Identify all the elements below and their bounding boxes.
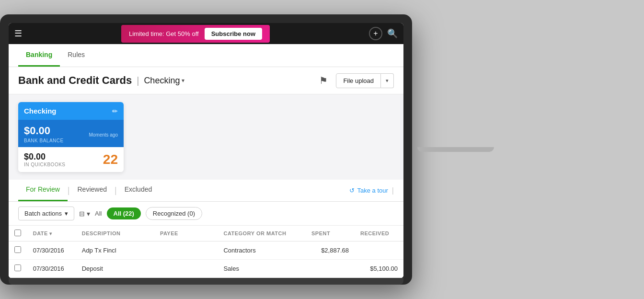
- chevron-down-icon: ▾: [182, 77, 184, 84]
- table-row: 07/30/2016 Deposit Sales $5,100.00: [9, 260, 403, 278]
- account-cards-area: Checking ✏ $0.00 BANK BALANCE Moments ag…: [9, 94, 403, 180]
- laptop-base: [505, 148, 639, 151]
- tab-reviewed[interactable]: Reviewed: [69, 180, 114, 201]
- tour-divider: |: [392, 186, 394, 195]
- file-upload-dropdown-arrow[interactable]: ▾: [381, 73, 394, 88]
- page-header: Bank and Credit Cards | Checking ▾ ⚑ Fil…: [9, 67, 403, 94]
- card-bank-balance-label: BANK BALANCE: [24, 138, 64, 143]
- top-bar: ☰ Limited time: Get 50% off Subscribe no…: [9, 23, 403, 44]
- tab-for-review[interactable]: For Review: [18, 180, 68, 201]
- laptop-stand: [417, 147, 494, 152]
- transaction-table: DATE ▾ DESCRIPTION PAYEE CATEGORY OR MAT…: [9, 226, 403, 278]
- select-all-checkbox[interactable]: [14, 230, 21, 236]
- col-header-payee: PAYEE: [154, 226, 218, 242]
- promo-text: Limited time: Get 50% off: [129, 30, 199, 37]
- card-bottom: $0.00 IN QUICKBOOKS 22: [18, 147, 124, 172]
- nav-tabs: Banking Rules: [9, 44, 403, 67]
- take-tour-button[interactable]: ↺ Take a tour: [349, 187, 388, 194]
- col-header-checkbox: [9, 226, 27, 242]
- filter-bar: Batch actions ▾ ⊟ ▾ All All (22) Recogni…: [9, 202, 403, 226]
- card-edit-icon[interactable]: ✏: [112, 107, 118, 115]
- row-spent: [306, 260, 355, 278]
- file-upload-group: File upload ▾: [336, 73, 394, 88]
- card-balance-section: $0.00 BANK BALANCE Moments ago: [18, 120, 124, 147]
- row-date: 07/30/2016: [27, 242, 76, 260]
- tab-excluded[interactable]: Excluded: [117, 180, 160, 201]
- col-header-date: DATE ▾: [27, 226, 76, 242]
- top-bar-left: ☰: [14, 28, 22, 39]
- col-header-received: RECEIVED: [355, 226, 403, 242]
- row-description: Adp Tx Fincl: [76, 242, 154, 260]
- date-sort-icon[interactable]: ▾: [49, 231, 52, 236]
- txn-tabs-left: For Review | Reviewed | Excluded: [18, 180, 160, 201]
- card-qb-label: IN QUICKBOOKS: [24, 162, 66, 167]
- promo-banner: Limited time: Get 50% off Subscribe now: [121, 25, 270, 43]
- row-checkbox-cell: [9, 242, 27, 260]
- tour-icon: ↺: [349, 187, 355, 194]
- all-count-button[interactable]: All (22): [107, 207, 141, 219]
- card-top: Checking ✏: [18, 102, 124, 120]
- flag-icon[interactable]: ⚑: [316, 73, 331, 88]
- row-category: Sales: [218, 260, 306, 278]
- add-icon[interactable]: +: [369, 27, 382, 40]
- filter-icon: ⊟: [79, 210, 85, 218]
- row-spent: $2,887.68: [306, 242, 355, 260]
- transaction-section: For Review | Reviewed | Excluded ↺ Take …: [9, 180, 403, 278]
- row-received: $5,100.00: [355, 260, 403, 278]
- header-actions: ⚑ File upload ▾: [316, 73, 394, 88]
- row-checkbox-1[interactable]: [14, 264, 21, 271]
- search-icon[interactable]: 🔍: [387, 28, 398, 39]
- card-transaction-count: 22: [103, 152, 118, 167]
- row-date: 07/30/2016: [27, 260, 76, 278]
- account-selector[interactable]: Checking ▾: [144, 76, 184, 86]
- txn-tabs-right: ↺ Take a tour |: [349, 186, 394, 195]
- col-header-description: DESCRIPTION: [76, 226, 154, 242]
- row-description: Deposit: [76, 260, 154, 278]
- row-payee: [154, 242, 218, 260]
- laptop-bottom: [9, 278, 403, 285]
- tab-rules[interactable]: Rules: [60, 44, 92, 67]
- row-received: [355, 242, 403, 260]
- filter-icon-button[interactable]: ⊟ ▾: [79, 210, 90, 218]
- tab-banking[interactable]: Banking: [18, 44, 60, 67]
- col-header-spent: SPENT: [306, 226, 355, 242]
- top-bar-right: + 🔍: [369, 27, 398, 40]
- hamburger-icon[interactable]: ☰: [14, 28, 22, 39]
- row-checkbox-cell: [9, 260, 27, 278]
- subscribe-button[interactable]: Subscribe now: [205, 28, 262, 40]
- recognized-button[interactable]: Recognized (0): [146, 207, 202, 220]
- account-selector-label: Checking: [144, 76, 180, 86]
- page-title-area: Bank and Credit Cards | Checking ▾: [18, 74, 184, 87]
- row-payee: [154, 260, 218, 278]
- row-checkbox-0[interactable]: [14, 246, 21, 253]
- account-card: Checking ✏ $0.00 BANK BALANCE Moments ag…: [18, 102, 124, 172]
- filter-arrow: ▾: [87, 210, 90, 218]
- card-qb-balance: $0.00: [24, 152, 66, 162]
- batch-actions-label: Batch actions: [24, 210, 62, 217]
- take-tour-label: Take a tour: [357, 187, 388, 194]
- table-row: 07/30/2016 Adp Tx Fincl Contractors $2,8…: [9, 242, 403, 260]
- all-filter-label: All: [95, 210, 102, 217]
- batch-actions-button[interactable]: Batch actions ▾: [18, 207, 74, 220]
- page-title: Bank and Credit Cards: [18, 74, 132, 87]
- col-header-category: CATEGORY OR MATCH: [218, 226, 306, 242]
- main-content: Banking Rules Bank and Credit Cards | Ch…: [9, 44, 403, 278]
- file-upload-button[interactable]: File upload: [336, 73, 381, 88]
- separator: |: [137, 75, 139, 86]
- transaction-tabs: For Review | Reviewed | Excluded ↺ Take …: [9, 180, 403, 202]
- batch-actions-arrow: ▾: [65, 210, 68, 217]
- card-account-name: Checking: [24, 107, 57, 115]
- card-balance-time: Moments ago: [89, 132, 118, 138]
- row-category: Contractors: [218, 242, 306, 260]
